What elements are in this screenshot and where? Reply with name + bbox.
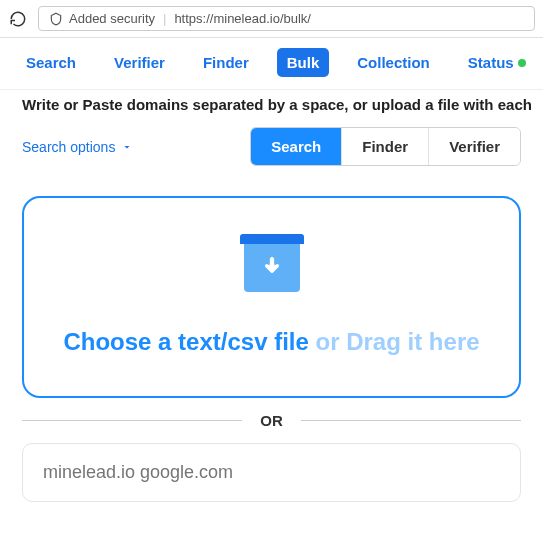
chevron-down-icon: [121, 141, 133, 153]
security-badge: Added security: [49, 11, 155, 26]
nav-tab-collection[interactable]: Collection: [347, 48, 440, 77]
nav-tab-verifier[interactable]: Verifier: [104, 48, 175, 77]
status-dot-icon: [518, 59, 526, 67]
instruction-text: Write or Paste domains separated by a sp…: [22, 96, 521, 113]
security-label: Added security: [69, 11, 155, 26]
nav-tab-search[interactable]: Search: [16, 48, 86, 77]
or-divider: OR: [22, 412, 521, 429]
options-row: Search options Search Finder Verifier: [22, 127, 521, 166]
browser-address-bar: Added security | https://minelead.io/bul…: [0, 0, 543, 38]
or-label: OR: [260, 412, 283, 429]
mode-selector: Search Finder Verifier: [250, 127, 521, 166]
url-text: https://minelead.io/bulk/: [174, 11, 311, 26]
domains-input[interactable]: [22, 443, 521, 502]
divider-line-right: [301, 420, 521, 421]
nav-tab-finder[interactable]: Finder: [193, 48, 259, 77]
divider-line-left: [22, 420, 242, 421]
mode-pill-search[interactable]: Search: [251, 128, 342, 165]
dropzone-drag-text: or Drag it here: [309, 328, 480, 355]
file-dropzone[interactable]: Choose a text/csv file or Drag it here: [22, 196, 521, 398]
url-input[interactable]: Added security | https://minelead.io/bul…: [38, 6, 535, 31]
dropzone-text: Choose a text/csv file or Drag it here: [44, 328, 499, 356]
dropzone-choose-text: Choose a text/csv file: [63, 328, 308, 355]
nav-tab-bulk[interactable]: Bulk: [277, 48, 330, 77]
reload-icon[interactable]: [8, 9, 28, 29]
main-nav: Search Verifier Finder Bulk Collection S…: [0, 38, 543, 90]
nav-tab-status-label: Status: [468, 54, 514, 71]
url-separator: |: [163, 11, 166, 26]
mode-pill-finder[interactable]: Finder: [342, 128, 429, 165]
nav-tab-status[interactable]: Status: [458, 48, 536, 77]
search-options-toggle[interactable]: Search options: [22, 139, 133, 155]
inbox-download-icon: [240, 234, 304, 292]
shield-icon: [49, 12, 63, 26]
arrow-down-icon: [259, 255, 285, 281]
search-options-label: Search options: [22, 139, 115, 155]
main-content: Write or Paste domains separated by a sp…: [0, 96, 543, 502]
mode-pill-verifier[interactable]: Verifier: [429, 128, 520, 165]
